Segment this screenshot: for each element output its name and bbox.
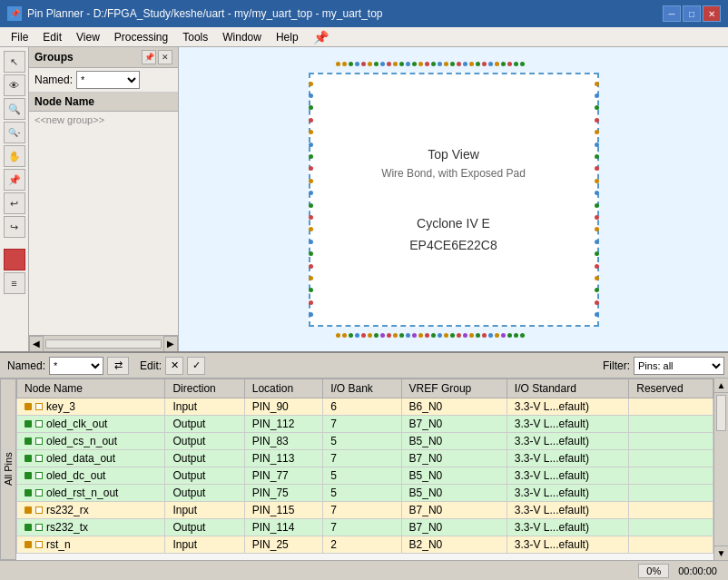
- tool-undo[interactable]: ↩: [4, 192, 25, 214]
- window-title: Pin Planner - D:/FPGA_Study/keshe/uart -…: [27, 7, 663, 20]
- table-body: key_3InputPIN_906B6_N03.3-V L...efault)o…: [17, 398, 713, 554]
- groups-named-select[interactable]: *: [76, 71, 140, 89]
- menu-processing[interactable]: Processing: [107, 29, 175, 45]
- menu-edit[interactable]: Edit: [35, 29, 69, 45]
- scroll-right-arrow[interactable]: ▶: [163, 336, 178, 352]
- cell-vref: B5_N0: [401, 467, 507, 485]
- pin-table: Node Name Direction Location I/O Bank VR…: [16, 378, 713, 554]
- cell-vref: B6_N0: [401, 398, 507, 416]
- pins-top-row: [336, 62, 572, 66]
- menu-bar: File Edit View Processing Tools Window H…: [0, 27, 728, 47]
- cell-reserved: [629, 467, 713, 485]
- pins-bottom: [336, 333, 525, 338]
- cell-reserved: [629, 502, 713, 519]
- tool-select[interactable]: ↖: [4, 51, 25, 73]
- col-reserved[interactable]: Reserved: [629, 379, 713, 398]
- table-wrapper[interactable]: Node Name Direction Location I/O Bank VR…: [16, 378, 713, 560]
- minimize-button[interactable]: ─: [663, 5, 681, 22]
- table-row[interactable]: rst_nInputPIN_252B2_N03.3-V L...efault): [17, 536, 713, 554]
- groups-column-header: Node Name: [29, 93, 178, 112]
- cell-vref: B5_N0: [401, 485, 507, 502]
- cell-location: PIN_115: [244, 502, 322, 519]
- tool-zoom-out[interactable]: 🔍-: [4, 122, 25, 143]
- cell-vref: B7_N0: [401, 416, 507, 433]
- bottom-edit-label: Edit:: [140, 359, 162, 372]
- cell-location: PIN_90: [244, 398, 322, 416]
- scroll-up-arrow[interactable]: ▲: [714, 378, 728, 393]
- menu-tools[interactable]: Tools: [175, 29, 215, 45]
- cell-direction: Output: [165, 519, 244, 536]
- tool-eye[interactable]: 👁: [4, 74, 25, 96]
- vertical-scrollbar: ▲ ▼: [713, 378, 728, 560]
- tool-color[interactable]: [4, 249, 25, 270]
- bottom-filter-select[interactable]: Pins: all: [634, 357, 724, 375]
- col-location[interactable]: Location: [244, 379, 322, 398]
- content-area: ↖ 👁 🔍 🔍- ✋ 📌 ↩ ↪ ≡ Groups 📌 ✕ Named:: [0, 47, 728, 351]
- cell-bank: 7: [323, 502, 401, 519]
- chip-container: // Will be rendered inline Top View Wire…: [188, 56, 719, 342]
- groups-new-group-row[interactable]: <<new group>>: [29, 112, 178, 128]
- cell-node-name: oled_clk_out: [17, 416, 165, 433]
- cell-bank: 6: [323, 398, 401, 416]
- cell-location: PIN_77: [244, 467, 322, 485]
- cell-direction: Output: [165, 485, 244, 502]
- table-row[interactable]: rs232_txOutputPIN_1147B7_N03.3-V L...efa…: [17, 519, 713, 536]
- menu-file[interactable]: File: [4, 29, 35, 45]
- maximize-button[interactable]: □: [683, 5, 701, 22]
- tool-list[interactable]: ≡: [4, 272, 25, 294]
- bottom-toolbar: Named: * ⇄ Edit: ✕ ✓ Filter: Pins: all: [0, 353, 728, 378]
- menu-view[interactable]: View: [69, 29, 107, 45]
- scroll-thumb[interactable]: [716, 395, 726, 431]
- cell-location: PIN_83: [244, 433, 322, 450]
- scroll-track[interactable]: [714, 393, 728, 546]
- table-row[interactable]: oled_data_outOutputPIN_1137B7_N03.3-V L.…: [17, 450, 713, 467]
- bottom-arrows-btn[interactable]: ⇄: [107, 357, 129, 375]
- groups-pin-icon[interactable]: 📌: [142, 50, 156, 64]
- table-row[interactable]: oled_dc_outOutputPIN_775B5_N03.3-V L...e…: [17, 467, 713, 485]
- table-row[interactable]: oled_cs_n_outOutputPIN_835B5_N03.3-V L..…: [17, 433, 713, 450]
- title-bar: 📌 Pin Planner - D:/FPGA_Study/keshe/uart…: [0, 0, 728, 27]
- scroll-left-arrow[interactable]: ◀: [29, 336, 44, 352]
- cell-reserved: [629, 416, 713, 433]
- cell-vref: B2_N0: [401, 536, 507, 554]
- table-row[interactable]: oled_clk_outOutputPIN_1127B7_N03.3-V L..…: [17, 416, 713, 433]
- cell-reserved: [629, 450, 713, 467]
- tool-zoom-in[interactable]: 🔍: [4, 98, 25, 120]
- cell-node-name: rs232_rx: [17, 502, 165, 519]
- scroll-track[interactable]: [45, 339, 162, 349]
- tool-pin[interactable]: 📌: [4, 169, 25, 191]
- cell-bank: 7: [323, 450, 401, 467]
- chip-bond-label: Wire Bond, with Exposed Pad: [381, 167, 526, 180]
- pin-menu-icon[interactable]: 📌: [313, 30, 329, 44]
- tool-hand[interactable]: ✋: [4, 145, 25, 167]
- col-io-standard[interactable]: I/O Standard: [507, 379, 628, 398]
- bottom-named-select[interactable]: *: [49, 357, 103, 375]
- cell-node-name: oled_dc_out: [17, 467, 165, 485]
- chip-view-label: Top View: [428, 147, 479, 162]
- cell-reserved: [629, 519, 713, 536]
- cell-bank: 5: [323, 485, 401, 502]
- scroll-down-arrow[interactable]: ▼: [714, 546, 728, 560]
- status-right: 0% 00:00:00: [638, 564, 724, 578]
- col-direction[interactable]: Direction: [165, 379, 244, 398]
- table-row[interactable]: rs232_rxInputPIN_1157B7_N03.3-V L...efau…: [17, 502, 713, 519]
- cell-node-name: oled_data_out: [17, 450, 165, 467]
- cell-reserved: [629, 485, 713, 502]
- table-row[interactable]: key_3InputPIN_906B6_N03.3-V L...efault): [17, 398, 713, 416]
- bottom-confirm-btn[interactable]: ✓: [187, 357, 205, 375]
- table-row[interactable]: oled_rst_n_outOutputPIN_755B5_N03.3-V L.…: [17, 485, 713, 502]
- bottom-named-label: Named:: [7, 359, 45, 372]
- cell-standard: 3.3-V L...efault): [507, 398, 628, 416]
- all-pins-label: All Pins: [0, 378, 16, 560]
- close-button[interactable]: ✕: [703, 5, 721, 22]
- menu-help[interactable]: Help: [269, 29, 306, 45]
- col-io-bank[interactable]: I/O Bank: [323, 379, 401, 398]
- cell-bank: 7: [323, 416, 401, 433]
- groups-close-icon[interactable]: ✕: [158, 50, 172, 64]
- bottom-cancel-btn[interactable]: ✕: [165, 357, 183, 375]
- cell-standard: 3.3-V L...efault): [507, 416, 628, 433]
- tool-redo[interactable]: ↪: [4, 216, 25, 238]
- menu-window[interactable]: Window: [215, 29, 269, 45]
- col-vref-group[interactable]: VREF Group: [401, 379, 507, 398]
- col-node-name[interactable]: Node Name: [17, 379, 165, 398]
